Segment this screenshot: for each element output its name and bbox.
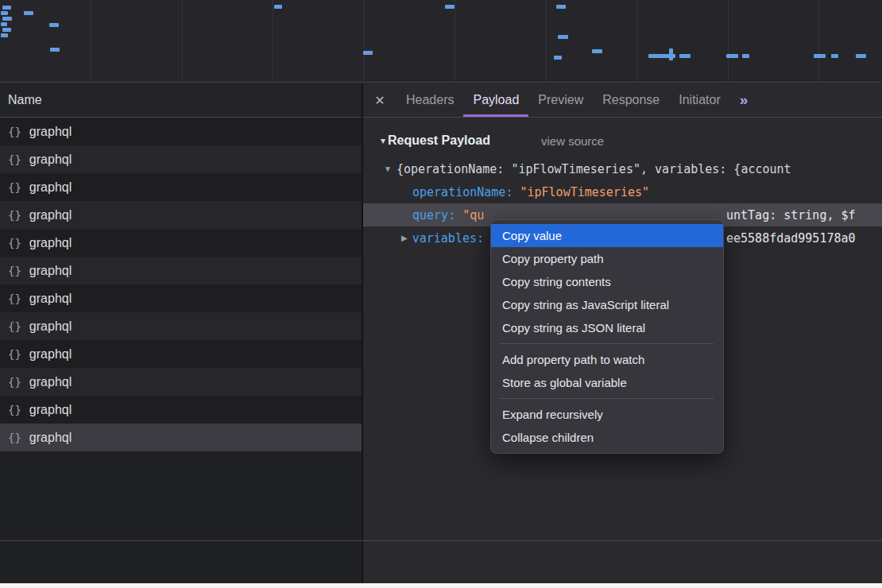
- timeline-bar: [1, 22, 7, 26]
- timeline-gridline: [455, 0, 455, 82]
- json-braces-icon: {}: [8, 376, 21, 389]
- network-request-row[interactable]: {}graphql: [0, 340, 362, 368]
- timeline-bar: [49, 23, 59, 27]
- timeline-gridline: [818, 0, 819, 82]
- network-request-row[interactable]: {}graphql: [0, 229, 362, 257]
- network-overview-timeline[interactable]: [0, 0, 882, 83]
- timeline-bar: [669, 48, 673, 60]
- json-braces-icon: {}: [8, 126, 21, 138]
- query-value-overflow-text: untTag: string, $f: [726, 203, 856, 226]
- timeline-bar: [2, 17, 12, 21]
- json-braces-icon: {}: [8, 265, 21, 277]
- timeline-gridline: [636, 0, 637, 82]
- variables-value-overflow-text: ee5588fdad995178a0: [726, 226, 856, 250]
- devtools-network-panel: Name {}graphql {}graphql {}graphql {}gra…: [0, 0, 882, 588]
- view-source-link[interactable]: view source: [541, 134, 604, 148]
- request-name: graphql: [29, 208, 72, 222]
- request-name: graphql: [29, 431, 72, 445]
- timeline-bar: [592, 49, 602, 53]
- request-name: graphql: [29, 403, 72, 417]
- payload-root-preview: {operationName: "ipFlowTimeseries", vari…: [397, 162, 791, 176]
- timeline-gridline: [546, 0, 547, 82]
- property-value: "ipFlowTimeseries": [520, 185, 649, 199]
- network-request-row[interactable]: {}graphql: [0, 424, 362, 451]
- timeline-bar: [726, 54, 738, 58]
- network-request-row[interactable]: {}graphql: [0, 312, 362, 340]
- json-braces-icon: {}: [8, 237, 21, 250]
- request-rows: {}graphql {}graphql {}graphql {}graphql …: [0, 118, 362, 451]
- timeline-bar: [558, 35, 568, 39]
- network-request-row[interactable]: {}graphql: [0, 173, 362, 201]
- menu-item-collapse-children[interactable]: Collapse children: [491, 426, 723, 449]
- timeline-gridline: [273, 0, 273, 82]
- page-background-strip: [0, 583, 882, 588]
- request-name: graphql: [29, 375, 72, 389]
- tab-headers[interactable]: Headers: [397, 83, 463, 117]
- json-braces-icon: {}: [8, 153, 21, 166]
- timeline-bar: [679, 54, 691, 58]
- property-key: variables:: [412, 231, 484, 246]
- menu-item-add-property-path-to-watch[interactable]: Add property path to watch: [491, 348, 723, 371]
- request-name: graphql: [29, 292, 72, 306]
- request-name: graphql: [29, 125, 72, 139]
- timeline-bar: [556, 5, 566, 9]
- request-name: graphql: [29, 319, 72, 334]
- close-details-button[interactable]: ✕: [363, 83, 397, 117]
- menu-item-store-as-global-variable[interactable]: Store as global variable: [491, 371, 723, 394]
- timeline-bar: [2, 6, 11, 10]
- json-braces-icon: {}: [8, 404, 21, 416]
- menu-item-copy-property-path[interactable]: Copy property path: [491, 247, 723, 270]
- menu-item-copy-value[interactable]: Copy value: [491, 224, 723, 247]
- tab-preview[interactable]: Preview: [528, 83, 593, 117]
- more-tabs-button[interactable]: »: [730, 83, 758, 117]
- payload-section-header[interactable]: ▾ Request Payload view source: [363, 129, 882, 153]
- network-request-row[interactable]: {}graphql: [0, 396, 362, 424]
- tab-initiator[interactable]: Initiator: [669, 83, 729, 117]
- json-braces-icon: {}: [8, 209, 21, 222]
- json-braces-icon: {}: [8, 292, 21, 305]
- name-column-header[interactable]: Name: [0, 83, 362, 118]
- menu-item-copy-string-json-literal[interactable]: Copy string as JSON literal: [491, 316, 723, 339]
- menu-separator: [501, 343, 714, 344]
- request-name: graphql: [29, 180, 72, 195]
- network-request-row[interactable]: {}graphql: [0, 257, 362, 284]
- json-braces-icon: {}: [8, 348, 21, 361]
- tab-payload[interactable]: Payload: [463, 83, 528, 117]
- details-tab-bar: ✕ Headers Payload Preview Response Initi…: [363, 83, 882, 118]
- timeline-gridline: [364, 0, 365, 82]
- timeline-bar: [814, 54, 826, 58]
- timeline-bar: [445, 5, 455, 9]
- network-request-row[interactable]: {}graphql: [0, 368, 362, 396]
- menu-item-copy-string-js-literal[interactable]: Copy string as JavaScript literal: [491, 293, 723, 316]
- json-braces-icon: {}: [8, 320, 21, 333]
- request-name: graphql: [29, 153, 72, 167]
- context-menu: Copy value Copy property path Copy strin…: [490, 219, 724, 454]
- menu-item-copy-string-contents[interactable]: Copy string contents: [491, 270, 723, 293]
- timeline-bar: [363, 51, 373, 55]
- network-request-row[interactable]: {}graphql: [0, 284, 362, 312]
- network-request-row[interactable]: {}graphql: [0, 201, 362, 229]
- menu-item-expand-recursively[interactable]: Expand recursively: [491, 403, 723, 426]
- section-title: Request Payload: [388, 133, 490, 148]
- timeline-gridline: [91, 0, 91, 82]
- timeline-bar: [1, 33, 8, 37]
- timeline-bar: [50, 48, 60, 52]
- request-name: graphql: [29, 236, 72, 250]
- network-request-row[interactable]: {}graphql: [0, 145, 362, 173]
- close-icon: ✕: [374, 93, 385, 108]
- property-key: query:: [412, 208, 455, 222]
- triangle-down-icon[interactable]: ▼: [384, 164, 392, 173]
- payload-row-operation-name[interactable]: operationName: "ipFlowTimeseries": [363, 180, 882, 203]
- timeline-bar: [274, 5, 282, 9]
- tab-response[interactable]: Response: [593, 83, 669, 117]
- payload-root-row[interactable]: ▼ {operationName: "ipFlowTimeseries", va…: [363, 157, 882, 180]
- timeline-bar: [742, 54, 749, 58]
- triangle-right-icon[interactable]: ▶: [401, 234, 408, 242]
- network-request-row[interactable]: {}graphql: [0, 118, 362, 145]
- section-collapse-triangle-icon[interactable]: ▾: [381, 135, 385, 146]
- property-key: operationName:: [412, 185, 513, 199]
- timeline-bar: [1, 11, 8, 15]
- property-value: "qu: [462, 208, 484, 222]
- more-tabs-icon: »: [740, 91, 749, 109]
- footer-divider: [0, 540, 882, 541]
